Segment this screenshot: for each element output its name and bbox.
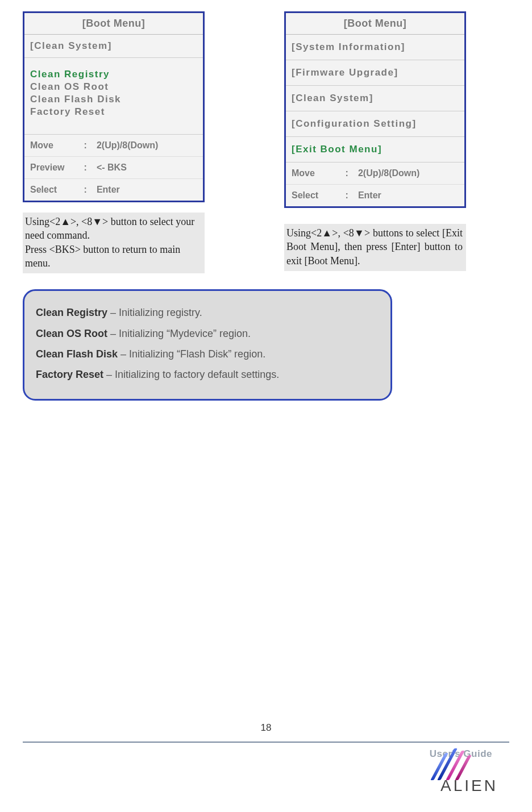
menu-item-clean-flash-disk[interactable]: Clean Flash Disk — [30, 93, 197, 106]
menu-row: [Firmware Upgrade] — [286, 60, 464, 86]
description-term: Clean Registry — [36, 307, 107, 318]
menu-item-clean-system[interactable]: [Clean System] — [292, 91, 459, 105]
footer-rule — [23, 742, 509, 743]
menu-item-system-information[interactable]: [System Information] — [292, 40, 459, 54]
description-text: – Initializing to factory default settin… — [103, 369, 279, 380]
menu-item-list: Clean Registry Clean OS Root Clean Flash… — [24, 58, 203, 135]
menu-section-label: [Clean System] — [24, 35, 203, 58]
hint-label: Select — [292, 190, 343, 201]
hint-move: Move : 2(Up)/8(Down) — [24, 135, 203, 157]
clean-system-menu: [Boot Menu] [Clean System] Clean Registr… — [23, 11, 205, 202]
description-line: Clean Registry – Initializing registry. — [36, 303, 379, 322]
brand-logo: ALIEN — [407, 749, 498, 795]
menu-item-clean-registry[interactable]: Clean Registry — [30, 68, 197, 81]
description-line: Clean Flash Disk – Initializing “Flash D… — [36, 345, 379, 363]
description-box: Clean Registry – Initializing registry. … — [23, 289, 392, 401]
menu-item-factory-reset[interactable]: Factory Reset — [30, 106, 197, 118]
instruction-text-right: Using<2▲>, <8▼> buttons to select [Exit … — [284, 224, 466, 271]
menu-item-clean-os-root[interactable]: Clean OS Root — [30, 81, 197, 93]
brand-name: ALIEN — [440, 777, 498, 795]
description-text: – Initializing “Flash Disk” region. — [118, 348, 265, 360]
menu-item-configuration-setting[interactable]: [Configuration Setting] — [292, 117, 459, 131]
brand-logo-icon — [438, 746, 477, 780]
hint-move: Move : 2(Up)/8(Down) — [286, 163, 464, 185]
hint-label: Move — [292, 168, 343, 178]
hint-value: <- BKS — [97, 163, 127, 173]
hint-label: Select — [30, 185, 81, 195]
hint-value: Enter — [358, 190, 381, 201]
hint-label: Preview — [30, 163, 81, 173]
menu-item-exit-boot-menu[interactable]: [Exit Boot Menu] — [292, 143, 459, 156]
description-text: – Initializing registry. — [107, 307, 202, 318]
menu-item-firmware-upgrade[interactable]: [Firmware Upgrade] — [292, 66, 459, 80]
menu-row: [Exit Boot Menu] — [286, 137, 464, 163]
instruction-text-left: Using<2▲>, <8▼> button to select your ne… — [23, 213, 205, 273]
menu-row: [Clean System] — [286, 86, 464, 111]
menu-row: [Configuration Setting] — [286, 111, 464, 137]
hint-preview: Preview : <- BKS — [24, 157, 203, 179]
hint-value: 2(Up)/8(Down) — [358, 168, 419, 178]
hint-select: Select : Enter — [286, 185, 464, 206]
page-number: 18 — [0, 722, 532, 734]
description-line: Factory Reset – Initializing to factory … — [36, 365, 379, 384]
boot-menu: [Boot Menu] [System Information] [Firmwa… — [284, 11, 466, 208]
description-term: Clean Flash Disk — [36, 348, 118, 360]
hint-label: Move — [30, 140, 81, 151]
description-term: Factory Reset — [36, 369, 103, 380]
description-line: Clean OS Root – Initializing “Mydevice” … — [36, 324, 379, 343]
description-term: Clean OS Root — [36, 328, 107, 339]
menu-title: [Boot Menu] — [24, 13, 203, 35]
menu-title: [Boot Menu] — [286, 13, 464, 35]
hint-select: Select : Enter — [24, 179, 203, 201]
description-text: – Initializing “Mydevice” region. — [107, 328, 251, 339]
hint-value: 2(Up)/8(Down) — [97, 140, 158, 151]
hint-value: Enter — [97, 185, 120, 195]
menu-row: [System Information] — [286, 35, 464, 60]
